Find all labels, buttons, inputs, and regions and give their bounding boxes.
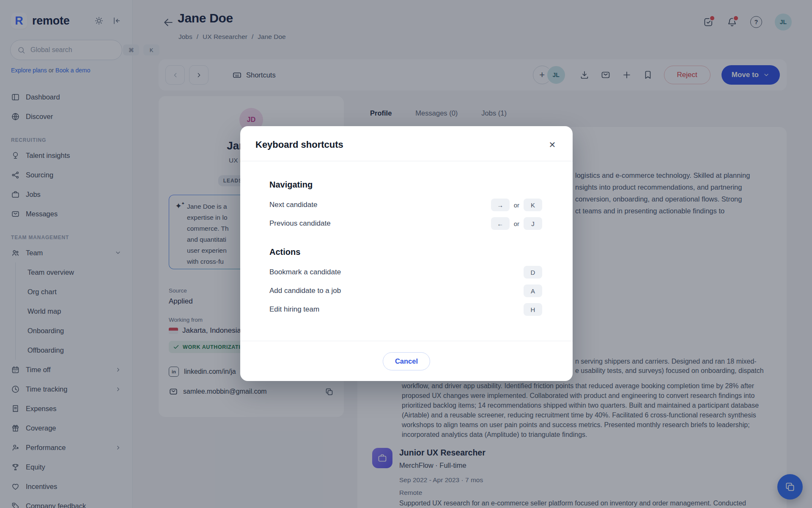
keycap-a: A <box>524 284 542 297</box>
section-actions: Actions <box>269 247 542 257</box>
close-icon[interactable]: ✕ <box>546 139 558 151</box>
shortcut-row: Edit hiring team H <box>269 300 542 319</box>
section-navigating: Navigating <box>269 180 542 190</box>
keycap-d: D <box>524 266 542 279</box>
shortcut-row: Previous candidate ← or J <box>269 214 542 233</box>
keyboard-shortcuts-modal: Keyboard shortcuts ✕ Navigating Next can… <box>240 126 573 381</box>
keycap-arrow-right: → <box>491 199 510 211</box>
keycap-h: H <box>524 303 542 316</box>
keycap-j: J <box>524 217 542 230</box>
app-root: R remote ⌘ K Explore plans or Book a dem <box>0 0 812 508</box>
shortcut-row: Next candidate → or K <box>269 196 542 214</box>
keycap-k: K <box>524 199 542 211</box>
modal-title: Keyboard shortcuts <box>255 139 343 150</box>
shortcut-row: Add candidate to a job A <box>269 282 542 300</box>
shortcut-row: Bookmark a candidate D <box>269 263 542 282</box>
keycap-arrow-left: ← <box>491 217 510 230</box>
cancel-button[interactable]: Cancel <box>383 352 430 370</box>
